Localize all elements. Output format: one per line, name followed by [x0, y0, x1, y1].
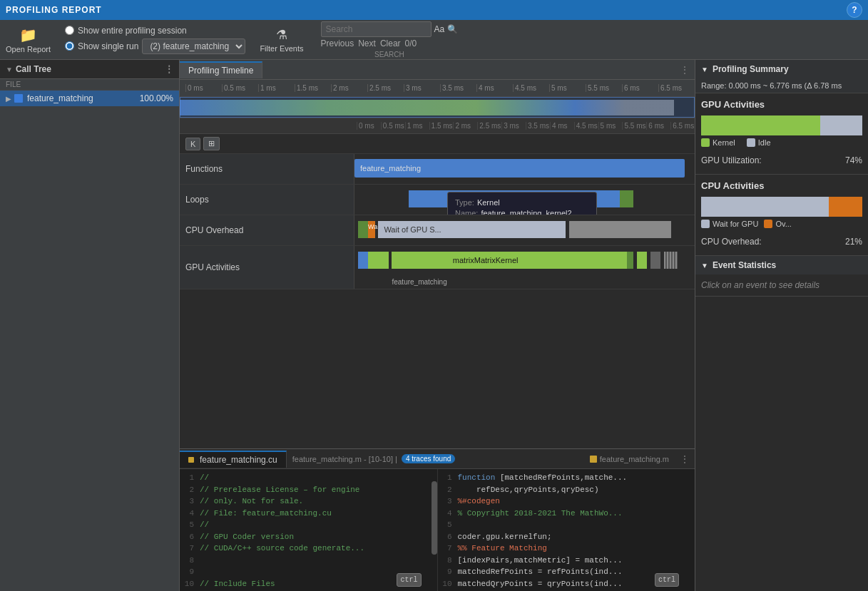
tooltip-name-label: Name: — [455, 209, 478, 215]
range-display: Range: 0.000 ms ~ 6.776 ms (Δ 6.78 ms — [695, 78, 868, 93]
code-line: 4% Copyright 2018-2021 The MathWo... — [438, 508, 695, 520]
gpu-bar-striped[interactable] — [664, 252, 678, 269]
gpu-bar-3[interactable] — [378, 252, 388, 269]
event-statistics-header[interactable]: ▼ Event Statistics — [695, 256, 868, 274]
center-panel: Profiling Timeline ⋮ 0 ms 0.5 ms 1 ms 1.… — [180, 60, 695, 591]
filter-events-button[interactable]: ⚗ Filter Events — [260, 27, 303, 53]
gpu-bar-1[interactable] — [358, 252, 368, 269]
timeline-ruler: 0 ms 0.5 ms 1 ms 1.5 ms 2 ms 2.5 ms 3 ms… — [180, 80, 695, 97]
gpu-bar-main[interactable]: matrixMatrixKernel — [392, 252, 578, 269]
scrollbar[interactable] — [432, 481, 437, 555]
code-col-right[interactable]: 1function [matchedRefPoints,matche... 2 … — [438, 469, 695, 591]
ctrl-badge-right: ctrl — [653, 572, 680, 588]
gpu-bar-sm2[interactable] — [637, 252, 647, 269]
options-button[interactable]: ⋮ — [165, 64, 173, 74]
timeline-overview[interactable] — [180, 97, 695, 118]
show-entire-radio[interactable]: Show entire profiling session — [65, 26, 245, 36]
timeline-body[interactable]: 0 ms 0.5 ms 1 ms 1.5 ms 2 ms 2.5 ms 3 ms… — [180, 118, 695, 448]
tick-5: 2.5 ms — [367, 84, 404, 92]
run-select[interactable]: (2) feature_matching — [142, 38, 245, 54]
overview-selection[interactable] — [180, 97, 695, 118]
show-single-radio[interactable]: Show single run (2) feature_matching — [65, 38, 245, 54]
ctrl-badge-left: ctrl — [395, 572, 422, 588]
tick-6: 3 ms — [404, 84, 440, 92]
show-entire-label: Show entire profiling session — [78, 26, 187, 36]
cpu-bar-1[interactable] — [358, 221, 368, 238]
cpu-activities-right-header: CPU Activities — [701, 180, 862, 191]
gpu-bar-sm[interactable] — [627, 252, 634, 269]
traces-badge: 4 traces found — [402, 454, 455, 463]
tooltip-box: Type: Kernel Name: feature_matching_kern… — [447, 192, 597, 215]
tree-row[interactable]: ▶ feature_matching 100.00% — [0, 91, 179, 106]
cpu-overhead-content[interactable]: Wa... Wait of GPU S... — [354, 215, 695, 245]
code-tab-bar: feature_matching.cu feature_matching.m -… — [180, 449, 695, 469]
stats-collapse-icon: ▼ — [701, 262, 708, 269]
cpu-wait-label: Wait for GPU — [713, 220, 758, 228]
timeline-options-button[interactable]: ⋮ — [680, 65, 695, 75]
code-line: 6coder.gpu.kernelfun; — [438, 531, 695, 543]
code-line: 7// CUDA/C++ source code generate... — [180, 543, 437, 555]
filter-icon: ⚗ — [276, 27, 287, 43]
search-icon[interactable]: 🔍 — [447, 24, 458, 34]
grid-view-button[interactable]: ⊞ — [203, 137, 220, 150]
gpu-utilization-row: GPU Utilization: 74% — [701, 153, 862, 168]
open-report-button[interactable]: 📁 Open Report — [6, 26, 51, 53]
event-stats-content: Click on an event to see details — [695, 274, 868, 296]
code-line: 3%#codegen — [438, 495, 695, 508]
gpu-bar-2[interactable] — [368, 252, 378, 269]
event-statistics-label: Event Statistics — [713, 260, 776, 270]
gpu-utilization-label: GPU Utilization: — [701, 155, 762, 165]
search-count: 0/0 — [405, 38, 417, 48]
tick-1: 0.5 ms — [222, 84, 258, 92]
code-line: 3// only. Not for sale. — [180, 495, 437, 508]
functions-label: Functions — [180, 154, 354, 184]
call-tree-header: ▼ Call Tree ⋮ — [0, 60, 179, 79]
gpu-kernel-bar — [701, 115, 820, 135]
cpu-overhead-section: CPU Overhead Wa... Wait of GPU S... — [180, 215, 695, 246]
event-statistics-section: ▼ Event Statistics Click on an event to … — [695, 256, 868, 297]
cpu-bar-main[interactable]: Wait of GPU S... — [378, 221, 565, 238]
search-navigation: Previous Next Clear 0/0 — [321, 38, 459, 48]
search-input[interactable] — [321, 21, 432, 37]
loops-label: Loops — [180, 185, 354, 215]
loops-content[interactable]: Type: Kernel Name: feature_matching_kern… — [354, 185, 695, 215]
m-file-icon — [590, 456, 597, 463]
tick-12: 6 ms — [622, 84, 658, 92]
help-button[interactable]: ? — [847, 2, 862, 18]
gpu-activities-content[interactable]: matrixMatrixKernel feature_matching — [354, 246, 695, 289]
timeline-tab-label: Profiling Timeline — [188, 66, 253, 76]
aa-button[interactable]: Aa — [434, 24, 445, 34]
cpu-bar-2[interactable]: Wa... — [368, 221, 375, 238]
previous-button[interactable]: Previous — [321, 38, 354, 48]
gpu-bar-main-label: matrixMatrixKernel — [453, 256, 519, 264]
collapse-button[interactable]: ▼ — [6, 66, 13, 73]
functions-content[interactable]: feature_matching — [354, 154, 695, 184]
view-toggle-row: K ⊞ — [180, 134, 695, 154]
profiling-summary-section: ▼ Profiling Summary Range: 0.000 ms ~ 6.… — [695, 60, 868, 256]
gpu-bar-end[interactable] — [579, 252, 627, 269]
profiling-summary-header[interactable]: ▼ Profiling Summary — [695, 60, 868, 78]
gpu-kernel-label: Kernel — [713, 138, 735, 147]
cpu-overhead-label2: CPU Overhead: — [701, 237, 762, 247]
timeline-spacer — [180, 289, 695, 318]
clear-button[interactable]: Clear — [380, 38, 401, 48]
code-col-left[interactable]: 1// 2// Prerelease License – for engine … — [180, 469, 438, 591]
cpu-bar-right[interactable] — [569, 221, 671, 238]
code-tab-cu[interactable]: feature_matching.cu — [180, 451, 287, 468]
cpu-bar-striped[interactable] — [671, 221, 685, 238]
cpu-bar-row — [701, 197, 862, 217]
click-details-text: Click on an event to see details — [701, 280, 820, 290]
code-line: 8[indexPairs,matchMetric] = match... — [438, 555, 695, 567]
cu-file-icon — [188, 457, 194, 463]
loops-bar-small[interactable] — [620, 190, 633, 207]
top-bar: PROFILING REPORT ? — [0, 0, 868, 20]
cpu-wait-legend: Wait for GPU — [701, 220, 758, 228]
code-options-button[interactable]: ⋮ — [675, 454, 695, 464]
gpu-bar-sm3[interactable] — [650, 252, 660, 269]
kernel-view-button[interactable]: K — [185, 138, 200, 150]
profiling-timeline-tab[interactable]: Profiling Timeline — [180, 61, 262, 78]
next-button[interactable]: Next — [358, 38, 376, 48]
functions-bar[interactable]: feature_matching — [354, 159, 685, 178]
gpu-kernel-legend: Kernel — [701, 138, 735, 147]
gpu-kernel-dot — [701, 138, 710, 147]
